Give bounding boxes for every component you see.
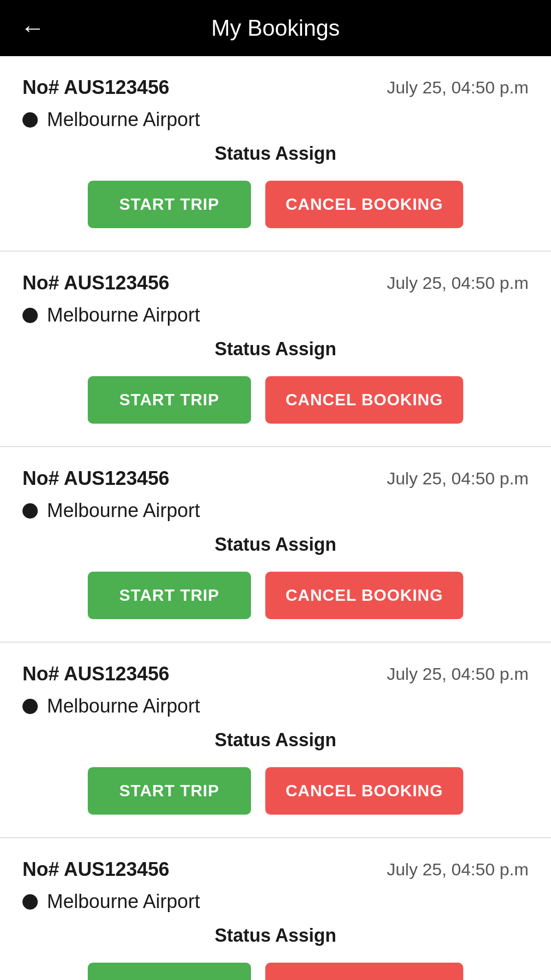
app-header: ← My Bookings (0, 0, 551, 56)
start-trip-button-3[interactable]: START TRIP (88, 572, 251, 619)
location-dot-icon-5 (22, 894, 38, 910)
booking-header-2: No# AUS123456 July 25, 04:50 p.m (22, 272, 529, 294)
location-name-1: Melbourne Airport (47, 109, 200, 131)
status-label-1: Status Assign (22, 143, 529, 164)
booking-header-3: No# AUS123456 July 25, 04:50 p.m (22, 468, 529, 489)
booking-actions-3: START TRIP CANCEL BOOKING (22, 572, 529, 619)
booking-date-5: July 25, 04:50 p.m (387, 860, 529, 879)
booking-item-4: No# AUS123456 July 25, 04:50 p.m Melbour… (0, 643, 551, 838)
start-trip-button-5[interactable]: START TRIP (88, 963, 251, 980)
cancel-booking-button-3[interactable]: CANCEL BOOKING (265, 572, 464, 619)
cancel-booking-button-2[interactable]: CANCEL BOOKING (265, 376, 464, 424)
location-name-5: Melbourne Airport (47, 891, 200, 913)
booking-location-4: Melbourne Airport (22, 695, 529, 717)
booking-number-3: No# AUS123456 (22, 468, 169, 489)
location-dot-icon-1 (22, 112, 38, 128)
booking-actions-1: START TRIP CANCEL BOOKING (22, 181, 529, 228)
booking-location-5: Melbourne Airport (22, 891, 529, 913)
booking-location-3: Melbourne Airport (22, 500, 529, 522)
booking-header-4: No# AUS123456 July 25, 04:50 p.m (22, 663, 529, 685)
location-dot-icon-2 (22, 308, 38, 323)
start-trip-button-4[interactable]: START TRIP (88, 767, 251, 815)
status-label-5: Status Assign (22, 925, 529, 946)
booking-location-2: Melbourne Airport (22, 304, 529, 326)
back-button[interactable]: ← (20, 16, 45, 40)
booking-location-1: Melbourne Airport (22, 109, 529, 131)
location-name-4: Melbourne Airport (47, 695, 200, 717)
location-dot-icon-4 (22, 699, 38, 714)
start-trip-button-2[interactable]: START TRIP (88, 376, 251, 424)
cancel-booking-button-1[interactable]: CANCEL BOOKING (265, 181, 464, 228)
status-label-3: Status Assign (22, 534, 529, 555)
booking-item-3: No# AUS123456 July 25, 04:50 p.m Melbour… (0, 447, 551, 643)
booking-number-4: No# AUS123456 (22, 663, 169, 685)
booking-date-1: July 25, 04:50 p.m (387, 78, 529, 97)
booking-actions-5: START TRIP CANCEL BOOKING (22, 963, 529, 980)
booking-header-5: No# AUS123456 July 25, 04:50 p.m (22, 859, 529, 880)
booking-actions-2: START TRIP CANCEL BOOKING (22, 376, 529, 424)
status-label-2: Status Assign (22, 338, 529, 360)
booking-actions-4: START TRIP CANCEL BOOKING (22, 767, 529, 815)
booking-date-4: July 25, 04:50 p.m (387, 664, 529, 684)
booking-item-5: No# AUS123456 July 25, 04:50 p.m Melbour… (0, 838, 551, 980)
cancel-booking-button-5[interactable]: CANCEL BOOKING (265, 963, 464, 980)
booking-item-1: No# AUS123456 July 25, 04:50 p.m Melbour… (0, 56, 551, 252)
booking-list: No# AUS123456 July 25, 04:50 p.m Melbour… (0, 56, 551, 980)
location-name-3: Melbourne Airport (47, 500, 200, 522)
booking-number-5: No# AUS123456 (22, 859, 169, 880)
booking-item-2: No# AUS123456 July 25, 04:50 p.m Melbour… (0, 252, 551, 447)
booking-number-2: No# AUS123456 (22, 272, 169, 294)
start-trip-button-1[interactable]: START TRIP (88, 181, 251, 228)
booking-number-1: No# AUS123456 (22, 77, 169, 99)
cancel-booking-button-4[interactable]: CANCEL BOOKING (265, 767, 464, 815)
location-dot-icon-3 (22, 503, 38, 519)
location-name-2: Melbourne Airport (47, 304, 200, 326)
booking-header-1: No# AUS123456 July 25, 04:50 p.m (22, 77, 529, 99)
status-label-4: Status Assign (22, 729, 529, 751)
page-title: My Bookings (211, 15, 340, 41)
booking-date-2: July 25, 04:50 p.m (387, 273, 529, 293)
booking-date-3: July 25, 04:50 p.m (387, 469, 529, 488)
